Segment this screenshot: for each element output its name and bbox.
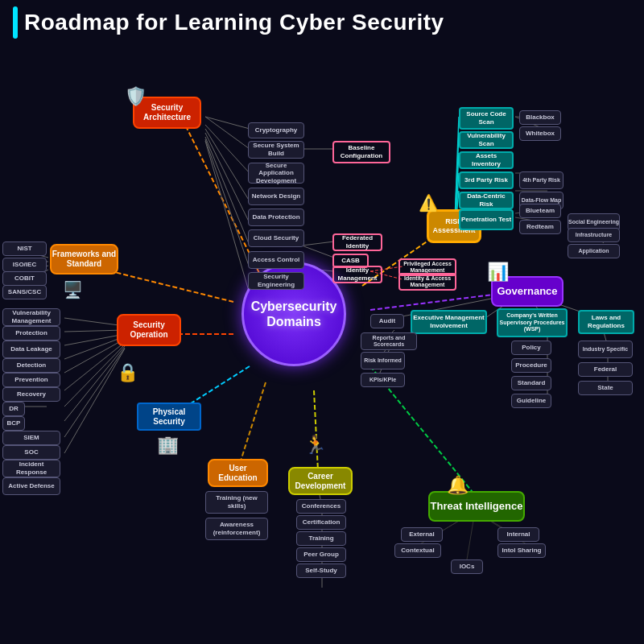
dr-node: DR xyxy=(2,402,25,416)
svg-line-9 xyxy=(205,117,250,129)
bcp-node: BCP xyxy=(2,416,25,431)
incident-response-node: Incident Response xyxy=(2,460,60,477)
risk-informed-node: Risk Informed xyxy=(361,352,405,369)
page-title: Roadmap for Learning Cyber Security xyxy=(24,10,444,35)
federal-node: Federal xyxy=(578,362,633,377)
threat-icon: 🔔 xyxy=(447,475,469,496)
iso-iec-node: ISO/IEC xyxy=(2,258,47,272)
certification-node: Certification xyxy=(296,515,346,530)
protection-node: Protection xyxy=(2,326,60,341)
self-study-node: Self-Study xyxy=(296,564,346,578)
svg-line-19 xyxy=(302,246,334,258)
baseline-config-node: Baseline Configuration xyxy=(332,141,390,163)
access-control-node: Access Control xyxy=(248,251,304,269)
server-icon: 🖥️ xyxy=(63,280,83,299)
iocs-node: IOCs xyxy=(451,559,483,574)
operation-icon: 🔒 xyxy=(117,362,138,383)
svg-line-11 xyxy=(205,125,250,173)
federated-identity-node: Federated Identity xyxy=(332,233,382,251)
svg-line-27 xyxy=(64,318,125,326)
prevention-node: Prevention xyxy=(2,373,60,387)
title-accent xyxy=(13,6,18,39)
redteam-node: Redteam xyxy=(519,220,561,234)
fourth-party-risk-node: 4th Party Risk xyxy=(519,171,564,189)
conferences-node: Conferences xyxy=(296,499,346,514)
shield-icon: 🛡️ xyxy=(125,86,147,107)
cloud-security-node: Cloud Security xyxy=(248,229,304,247)
identity-access-node: Identity & Access Management xyxy=(398,273,456,291)
contextual-node: Contextual xyxy=(394,543,441,558)
company-procedures-node: Company's Written Supervisory Procedures… xyxy=(497,308,568,337)
recovery-node: Recovery xyxy=(2,387,60,402)
svg-line-33 xyxy=(64,345,125,407)
svg-line-36 xyxy=(64,349,125,453)
kpis-node: KPIs/KPIe xyxy=(361,373,405,387)
svg-line-14 xyxy=(205,137,250,246)
active-defense-node: Active Defense xyxy=(2,477,60,495)
svg-line-5 xyxy=(314,390,318,471)
source-code-scan-node: Source Code Scan xyxy=(459,107,514,130)
career-icon: 🏃 xyxy=(304,435,326,456)
threat-intelligence-node: Threat Intelligence xyxy=(428,491,525,522)
svg-line-7 xyxy=(370,294,499,310)
siem-node: SIEM xyxy=(2,431,60,445)
frameworks-node: Frameworks and Standard xyxy=(50,244,118,275)
network-design-node: Network Design xyxy=(248,188,304,205)
training-career-node: Training xyxy=(296,531,346,546)
audit-node: Audit xyxy=(370,314,404,328)
detection-node: Detection xyxy=(2,358,60,373)
guideline-node: Guideline xyxy=(511,394,551,408)
user-education-node: User Education xyxy=(208,459,268,487)
nist-node: NIST xyxy=(2,242,47,256)
infrastructure-node: Infrastructure xyxy=(568,228,620,242)
penetration-test-node: Penetration Test xyxy=(459,209,514,230)
mindmap: Cybersecurity Domains Security Architect… xyxy=(0,44,644,644)
svg-line-15 xyxy=(205,139,250,268)
vulnerability-mgmt-node: Vulnerability Management xyxy=(2,308,60,326)
third-party-risk-node: 3rd Party Risk xyxy=(459,171,514,189)
procedure-node: Procedure xyxy=(511,358,551,373)
awareness-node: Awareness (reinforcement) xyxy=(205,518,268,540)
governance-icon: 📊 xyxy=(487,262,509,283)
intol-sharing-node: Intol Sharing xyxy=(497,543,546,558)
svg-line-16 xyxy=(205,141,250,294)
svg-line-18 xyxy=(302,242,334,246)
career-development-node: Career Development xyxy=(288,467,353,495)
industry-specific-node: Industry Specific xyxy=(578,341,633,358)
application-node: Application xyxy=(568,244,620,258)
physical-security-node: Physical Security xyxy=(137,402,201,431)
cobit-node: COBIT xyxy=(2,271,47,286)
security-engineering-node: Security Engineering xyxy=(248,272,304,290)
title-bar: Roadmap for Learning Cyber Security xyxy=(0,0,644,45)
soc-node: SOC xyxy=(2,445,60,460)
sans-csc-node: SANS/CSC xyxy=(2,285,47,299)
laws-regulations-node: Laws and Regulations xyxy=(578,310,634,334)
peer-group-node: Peer Group xyxy=(296,547,346,562)
assets-inventory-node: Assets Inventory xyxy=(459,151,514,169)
svg-line-35 xyxy=(64,348,125,437)
data-centric-risk-node: Data-Centric Risk xyxy=(459,192,514,209)
whitebox-node: Whitebox xyxy=(519,126,561,141)
data-leakage-node: Data Leakage xyxy=(2,341,60,358)
internal-node: Internal xyxy=(497,527,539,542)
cryptography-node: Cryptography xyxy=(248,122,304,138)
physical-icon: 🏢 xyxy=(157,435,179,456)
identity-management-node: Identity Management xyxy=(332,266,382,283)
svg-line-28 xyxy=(64,330,125,332)
blueteam-node: Blueteam xyxy=(519,204,561,218)
training-node: Training (new skills) xyxy=(205,491,268,514)
svg-line-4 xyxy=(237,382,266,471)
svg-line-10 xyxy=(205,117,250,149)
standard-node: Standard xyxy=(511,376,551,390)
reports-scorecards-node: Reports and Scorecards xyxy=(361,332,417,350)
policy-node: Policy xyxy=(511,341,551,355)
security-operation-node: Security Operation xyxy=(117,314,181,346)
risk-icon: ⚠️ xyxy=(419,193,439,213)
blackbox-node: Blackbox xyxy=(519,110,561,125)
secure-app-node: Secure Application Development xyxy=(248,163,304,184)
secure-system-node: Secure System Build xyxy=(248,141,304,159)
vulnerability-scan-node: Vulnerability Scan xyxy=(459,131,514,149)
exec-mgmt-node: Executive Management Involvement xyxy=(411,310,487,334)
data-protection-node: Data Protection xyxy=(248,208,304,226)
external-node: External xyxy=(401,527,443,542)
